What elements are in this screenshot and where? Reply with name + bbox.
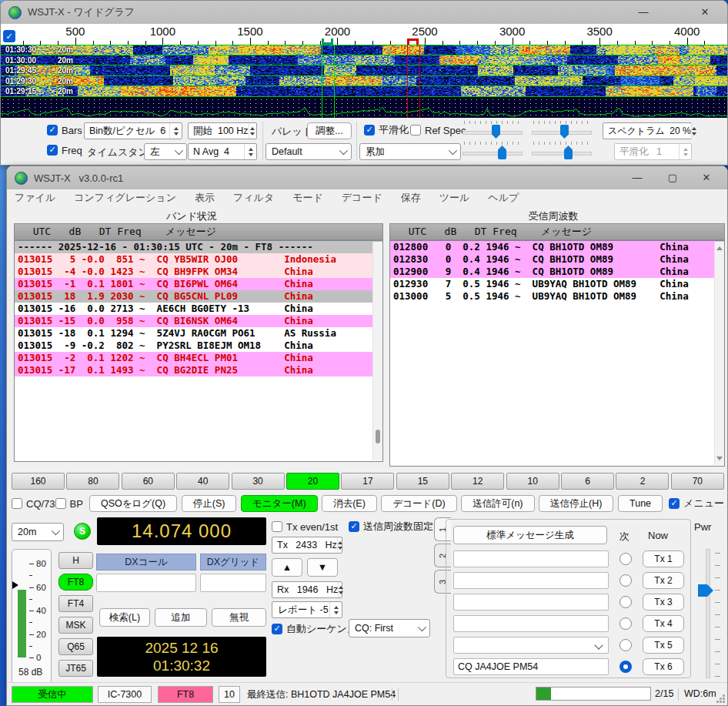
- resize-grip[interactable]: [723, 701, 725, 703]
- close-icon[interactable]: ✕: [689, 1, 721, 23]
- mode-button-h[interactable]: H: [58, 552, 93, 569]
- auto-seq-checkbox[interactable]: 自動シーケンス: [272, 622, 357, 636]
- decode-row[interactable]: 012800 0 0.2 1946 ~ CQ BH1OTD OM89 China: [390, 241, 724, 253]
- tx-next-radio[interactable]: [619, 617, 632, 630]
- lookup-button[interactable]: 検索(L): [99, 608, 150, 627]
- palette-adjust-button[interactable]: 調整...: [307, 122, 352, 139]
- band-button-12[interactable]: 12: [451, 473, 504, 490]
- bars-checkbox[interactable]: Bars: [47, 123, 82, 137]
- timestamp-combo[interactable]: 左: [144, 143, 187, 160]
- rx-freq-spinner[interactable]: Rx 1946 Hz: [272, 581, 342, 598]
- decode-row[interactable]: 013015 18 1.9 2030 ~ CQ BG5CNL PL09 Chin…: [15, 290, 382, 303]
- tx-next-radio[interactable]: [619, 596, 632, 608]
- slider-handle[interactable]: [498, 146, 506, 159]
- scroll-down-icon[interactable]: [716, 457, 723, 460]
- spectrum-mode-combo[interactable]: 累加: [359, 143, 461, 160]
- zero2-slider[interactable]: [532, 142, 592, 162]
- band-button-20[interactable]: 20: [286, 473, 339, 490]
- band-button-10[interactable]: 10: [506, 473, 559, 490]
- band-activity-scrollbar[interactable]: [372, 242, 382, 460]
- control-button[interactable]: Tune: [618, 495, 663, 512]
- decode-row[interactable]: 013015 5 -0.0 851 ~ CQ YB5WIR OJ00 Indon…: [15, 253, 382, 266]
- palette-combo[interactable]: Default: [265, 143, 352, 160]
- band-activity-list[interactable]: ------ 2025-12-16 - 01:30:15 UTC - 20m -…: [14, 240, 383, 462]
- tx-now-button-2[interactable]: Tx 2: [643, 572, 684, 589]
- band-button-30[interactable]: 30: [232, 473, 285, 490]
- pwr-slider-handle[interactable]: [698, 584, 713, 597]
- flatten-checkbox[interactable]: 平滑化: [364, 123, 409, 137]
- menu-item[interactable]: デコード: [342, 191, 382, 205]
- gain2-slider[interactable]: [463, 142, 523, 162]
- decode-row[interactable]: 012930 7 0.5 1946 ~ UB9YAQ BH1OTD OM89 C…: [390, 278, 724, 290]
- status-s-button[interactable]: S: [74, 523, 91, 540]
- tx-message-field[interactable]: [453, 637, 609, 654]
- tx-frequency-marker[interactable]: [407, 38, 419, 45]
- menu-item[interactable]: フィルタ: [233, 191, 274, 205]
- minimize-icon[interactable]: —: [621, 166, 653, 189]
- spinner-arrows-icon[interactable]: [169, 123, 182, 139]
- menu-item[interactable]: 保存: [401, 191, 421, 205]
- decode-row[interactable]: 013015 -18 0.1 1294 ~ 5Z4VJ RA0CGM PO61 …: [15, 327, 382, 340]
- decode-row[interactable]: 013015 -9 -0.2 802 ~ PY2SRL BI8EJM OM18 …: [15, 340, 382, 352]
- decode-row[interactable]: 012900 9 0.4 1946 ~ CQ BH1OTD OM89 China: [390, 266, 724, 278]
- tx-message-field[interactable]: [453, 594, 609, 611]
- tx-next-radio[interactable]: [619, 574, 632, 587]
- freq-checkbox[interactable]: Freq: [47, 143, 82, 157]
- bins-per-pixel-spinner[interactable]: Bin数/ピクセル 6: [84, 122, 182, 139]
- control-button[interactable]: 停止(S): [182, 495, 237, 512]
- tx-next-radio[interactable]: [619, 661, 632, 673]
- hold-tx-freq-checkbox-box[interactable]: [349, 521, 359, 532]
- tx-freq-spinner[interactable]: Tx 2433 Hz: [272, 537, 342, 554]
- report-spinner[interactable]: レポート -5: [272, 601, 342, 618]
- spinner-arrows-icon[interactable]: [338, 582, 343, 597]
- band-select-combo[interactable]: 20m: [12, 523, 64, 541]
- mode-button-jt65[interactable]: JT65: [58, 660, 93, 677]
- freq-down-button[interactable]: ▼: [307, 558, 338, 577]
- band-button-6[interactable]: 6: [561, 473, 614, 490]
- menu-item[interactable]: モード: [292, 191, 323, 205]
- freq-checkbox-box[interactable]: [47, 145, 58, 156]
- ref-spec-checkbox-box[interactable]: [410, 125, 421, 136]
- rx-frequency-scrollbar[interactable]: [714, 242, 724, 465]
- control-button[interactable]: 送信許可(n): [461, 495, 534, 512]
- decode-row[interactable]: 012830 0 0.4 1946 ~ CQ BH1OTD OM89 China: [390, 253, 724, 266]
- freq-up-button[interactable]: ▲: [272, 558, 302, 577]
- bp-checkbox-box[interactable]: [55, 498, 66, 509]
- menu-checkbox[interactable]: メニュー: [669, 497, 724, 510]
- tx-now-button-3[interactable]: Tx 3: [643, 594, 684, 611]
- start-freq-spinner[interactable]: 開始 100 Hz: [188, 122, 257, 139]
- rx-frequency-marker[interactable]: [322, 38, 333, 45]
- menu-checkbox-box[interactable]: [669, 498, 680, 509]
- scroll-up-icon[interactable]: [716, 246, 723, 250]
- wide-graph-titlebar[interactable]: WSJT-X - ワイドグラフ — ✕: [1, 1, 727, 24]
- band-button-15[interactable]: 15: [396, 473, 449, 490]
- add-button[interactable]: 追加: [155, 608, 207, 627]
- menu-item[interactable]: ツール: [439, 191, 470, 205]
- control-button[interactable]: 消去(E): [322, 495, 377, 512]
- cq73-checkbox[interactable]: CQ/73: [12, 497, 55, 510]
- band-button-17[interactable]: 17: [341, 473, 394, 490]
- ignore-button[interactable]: 無視: [212, 608, 266, 627]
- band-button-160[interactable]: 160: [12, 473, 65, 490]
- main-titlebar[interactable]: WSJT-X v3.0.0-rc1 — ▢ ✕: [7, 166, 727, 189]
- spinner-arrows-icon[interactable]: [329, 602, 342, 617]
- band-button-70[interactable]: 70: [671, 473, 724, 490]
- slider-handle[interactable]: [492, 125, 500, 139]
- tx-next-radio[interactable]: [619, 553, 632, 565]
- pwr-slider[interactable]: [706, 549, 710, 678]
- mode-button-ft4[interactable]: FT4: [58, 595, 93, 612]
- decode-row[interactable]: 013015 -17 0.1 1493 ~ CQ BG2DIE PN25 Chi…: [15, 364, 382, 376]
- tx-now-button-4[interactable]: Tx 4: [643, 615, 684, 632]
- gain-slider[interactable]: [463, 121, 523, 141]
- decode-row[interactable]: ------ 2025-12-16 - 01:30:15 UTC - 20m -…: [15, 241, 382, 253]
- slider-handle[interactable]: [560, 125, 569, 139]
- control-button[interactable]: 送信停止(H): [539, 495, 613, 512]
- tx-next-radio[interactable]: [619, 639, 632, 651]
- zero-slider[interactable]: [532, 121, 592, 141]
- dx-grid-input[interactable]: [200, 574, 266, 592]
- menu-item[interactable]: ファイル: [15, 191, 55, 205]
- band-button-40[interactable]: 40: [176, 473, 229, 490]
- decode-row[interactable]: 013015 -2 0.1 1202 ~ CQ BH4ECL PM01 Chin…: [15, 352, 382, 364]
- tx-message-field[interactable]: [453, 550, 609, 567]
- hold-tx-freq-checkbox[interactable]: 送信周波数固定: [349, 520, 433, 534]
